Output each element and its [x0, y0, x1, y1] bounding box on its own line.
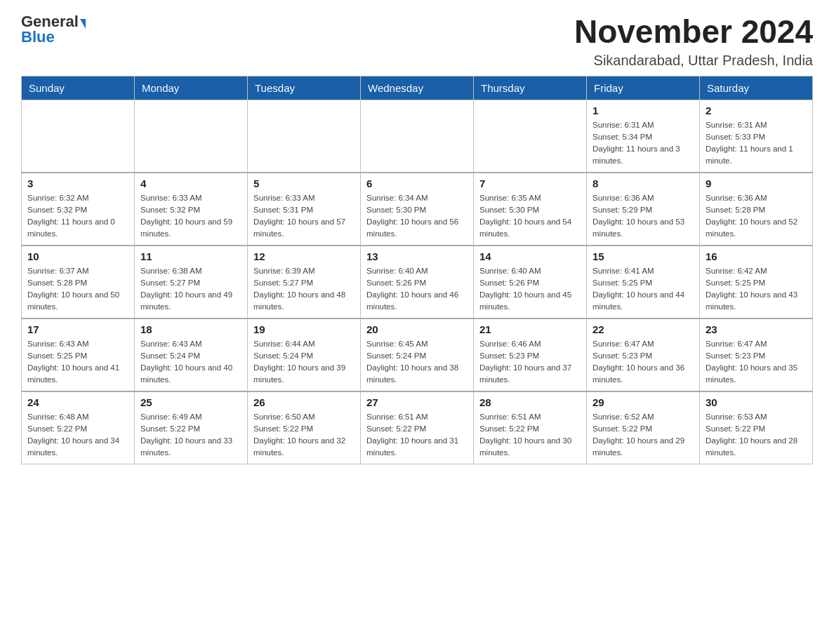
day-number: 17 [27, 323, 128, 335]
day-number: 10 [27, 250, 128, 262]
day-number: 2 [706, 105, 807, 116]
calendar-cell: 6Sunrise: 6:34 AM Sunset: 5:30 PM Daylig… [361, 173, 474, 246]
weekday-header-monday: Monday [135, 76, 248, 100]
calendar-cell: 3Sunrise: 6:32 AM Sunset: 5:32 PM Daylig… [22, 173, 135, 246]
calendar-cell: 19Sunrise: 6:44 AM Sunset: 5:24 PM Dayli… [248, 318, 361, 391]
day-info: Sunrise: 6:38 AM Sunset: 5:27 PM Dayligh… [140, 265, 241, 314]
day-number: 18 [140, 323, 241, 335]
calendar-week-row: 1Sunrise: 6:31 AM Sunset: 5:34 PM Daylig… [22, 100, 813, 173]
calendar-cell: 25Sunrise: 6:49 AM Sunset: 5:22 PM Dayli… [135, 391, 248, 464]
day-number: 8 [593, 177, 694, 189]
calendar-cell: 22Sunrise: 6:47 AM Sunset: 5:23 PM Dayli… [587, 318, 700, 391]
day-info: Sunrise: 6:41 AM Sunset: 5:25 PM Dayligh… [593, 265, 694, 314]
calendar-table: SundayMondayTuesdayWednesdayThursdayFrid… [21, 76, 813, 464]
day-info: Sunrise: 6:43 AM Sunset: 5:25 PM Dayligh… [27, 338, 128, 387]
calendar-cell: 8Sunrise: 6:36 AM Sunset: 5:29 PM Daylig… [587, 173, 700, 246]
weekday-header-friday: Friday [587, 76, 700, 100]
day-info: Sunrise: 6:32 AM Sunset: 5:32 PM Dayligh… [27, 192, 128, 241]
calendar-week-row: 17Sunrise: 6:43 AM Sunset: 5:25 PM Dayli… [22, 318, 813, 391]
day-info: Sunrise: 6:42 AM Sunset: 5:25 PM Dayligh… [706, 265, 807, 314]
day-number: 4 [140, 177, 241, 189]
calendar-cell: 24Sunrise: 6:48 AM Sunset: 5:22 PM Dayli… [22, 391, 135, 464]
page-header: General Blue November 2024 Sikandarabad,… [21, 14, 813, 69]
weekday-header-tuesday: Tuesday [248, 76, 361, 100]
day-number: 11 [140, 250, 241, 262]
weekday-header-row: SundayMondayTuesdayWednesdayThursdayFrid… [22, 76, 813, 100]
day-number: 15 [593, 250, 694, 262]
day-info: Sunrise: 6:33 AM Sunset: 5:31 PM Dayligh… [253, 192, 355, 241]
day-number: 27 [366, 396, 468, 408]
location-subtitle: Sikandarabad, Uttar Pradesh, India [574, 53, 813, 69]
day-number: 5 [253, 177, 355, 189]
day-number: 28 [479, 396, 581, 408]
day-info: Sunrise: 6:40 AM Sunset: 5:26 PM Dayligh… [479, 265, 581, 314]
calendar-cell: 21Sunrise: 6:46 AM Sunset: 5:23 PM Dayli… [474, 318, 587, 391]
calendar-cell: 26Sunrise: 6:50 AM Sunset: 5:22 PM Dayli… [248, 391, 361, 464]
calendar-cell: 28Sunrise: 6:51 AM Sunset: 5:22 PM Dayli… [474, 391, 587, 464]
weekday-header-thursday: Thursday [474, 76, 587, 100]
calendar-cell: 16Sunrise: 6:42 AM Sunset: 5:25 PM Dayli… [700, 246, 813, 318]
logo-text: General [21, 14, 86, 29]
day-number: 7 [479, 177, 581, 189]
day-info: Sunrise: 6:37 AM Sunset: 5:28 PM Dayligh… [27, 265, 128, 314]
calendar-cell: 17Sunrise: 6:43 AM Sunset: 5:25 PM Dayli… [22, 318, 135, 391]
calendar-cell: 9Sunrise: 6:36 AM Sunset: 5:28 PM Daylig… [700, 173, 813, 246]
calendar-cell: 20Sunrise: 6:45 AM Sunset: 5:24 PM Dayli… [361, 318, 474, 391]
day-number: 22 [593, 323, 694, 335]
calendar-cell: 10Sunrise: 6:37 AM Sunset: 5:28 PM Dayli… [22, 246, 135, 318]
day-number: 25 [140, 396, 241, 408]
day-number: 21 [479, 323, 581, 335]
day-number: 13 [366, 250, 468, 262]
day-info: Sunrise: 6:34 AM Sunset: 5:30 PM Dayligh… [366, 192, 468, 241]
day-info: Sunrise: 6:47 AM Sunset: 5:23 PM Dayligh… [706, 338, 807, 387]
calendar-cell [22, 100, 135, 173]
day-info: Sunrise: 6:31 AM Sunset: 5:34 PM Dayligh… [593, 119, 694, 168]
day-info: Sunrise: 6:40 AM Sunset: 5:26 PM Dayligh… [366, 265, 468, 314]
day-info: Sunrise: 6:43 AM Sunset: 5:24 PM Dayligh… [140, 338, 241, 387]
logo-blue: Blue [21, 29, 55, 45]
day-info: Sunrise: 6:36 AM Sunset: 5:28 PM Dayligh… [706, 192, 807, 241]
day-number: 3 [27, 177, 128, 189]
day-info: Sunrise: 6:48 AM Sunset: 5:22 PM Dayligh… [27, 411, 128, 459]
calendar-cell: 29Sunrise: 6:52 AM Sunset: 5:22 PM Dayli… [587, 391, 700, 464]
calendar-week-row: 3Sunrise: 6:32 AM Sunset: 5:32 PM Daylig… [22, 173, 813, 246]
calendar-cell: 13Sunrise: 6:40 AM Sunset: 5:26 PM Dayli… [361, 246, 474, 318]
calendar-week-row: 10Sunrise: 6:37 AM Sunset: 5:28 PM Dayli… [22, 246, 813, 318]
day-info: Sunrise: 6:50 AM Sunset: 5:22 PM Dayligh… [253, 411, 355, 459]
day-number: 26 [253, 396, 355, 408]
day-info: Sunrise: 6:36 AM Sunset: 5:29 PM Dayligh… [593, 192, 694, 241]
day-info: Sunrise: 6:44 AM Sunset: 5:24 PM Dayligh… [253, 338, 355, 387]
calendar-cell [474, 100, 587, 173]
day-number: 24 [27, 396, 128, 408]
day-info: Sunrise: 6:35 AM Sunset: 5:30 PM Dayligh… [479, 192, 581, 241]
calendar-cell: 23Sunrise: 6:47 AM Sunset: 5:23 PM Dayli… [700, 318, 813, 391]
calendar-cell: 18Sunrise: 6:43 AM Sunset: 5:24 PM Dayli… [135, 318, 248, 391]
day-number: 6 [366, 177, 468, 189]
day-number: 29 [593, 396, 694, 408]
logo: General Blue [21, 14, 86, 45]
day-info: Sunrise: 6:49 AM Sunset: 5:22 PM Dayligh… [140, 411, 241, 459]
day-info: Sunrise: 6:51 AM Sunset: 5:22 PM Dayligh… [479, 411, 581, 459]
day-number: 20 [366, 323, 468, 335]
day-number: 9 [706, 177, 807, 189]
calendar-cell: 2Sunrise: 6:31 AM Sunset: 5:33 PM Daylig… [700, 100, 813, 173]
day-number: 19 [253, 323, 355, 335]
day-number: 16 [706, 250, 807, 262]
day-number: 1 [593, 105, 694, 116]
day-number: 14 [479, 250, 581, 262]
day-info: Sunrise: 6:52 AM Sunset: 5:22 PM Dayligh… [593, 411, 694, 459]
weekday-header-sunday: Sunday [22, 76, 135, 100]
weekday-header-wednesday: Wednesday [361, 76, 474, 100]
calendar-cell: 12Sunrise: 6:39 AM Sunset: 5:27 PM Dayli… [248, 246, 361, 318]
calendar-week-row: 24Sunrise: 6:48 AM Sunset: 5:22 PM Dayli… [22, 391, 813, 464]
logo-triangle-icon [80, 19, 86, 29]
calendar-cell: 5Sunrise: 6:33 AM Sunset: 5:31 PM Daylig… [248, 173, 361, 246]
calendar-cell [135, 100, 248, 173]
calendar-cell: 30Sunrise: 6:53 AM Sunset: 5:22 PM Dayli… [700, 391, 813, 464]
calendar-cell: 11Sunrise: 6:38 AM Sunset: 5:27 PM Dayli… [135, 246, 248, 318]
day-info: Sunrise: 6:51 AM Sunset: 5:22 PM Dayligh… [366, 411, 468, 459]
day-info: Sunrise: 6:39 AM Sunset: 5:27 PM Dayligh… [253, 265, 355, 314]
day-info: Sunrise: 6:31 AM Sunset: 5:33 PM Dayligh… [706, 119, 807, 168]
day-info: Sunrise: 6:46 AM Sunset: 5:23 PM Dayligh… [479, 338, 581, 387]
weekday-header-saturday: Saturday [700, 76, 813, 100]
